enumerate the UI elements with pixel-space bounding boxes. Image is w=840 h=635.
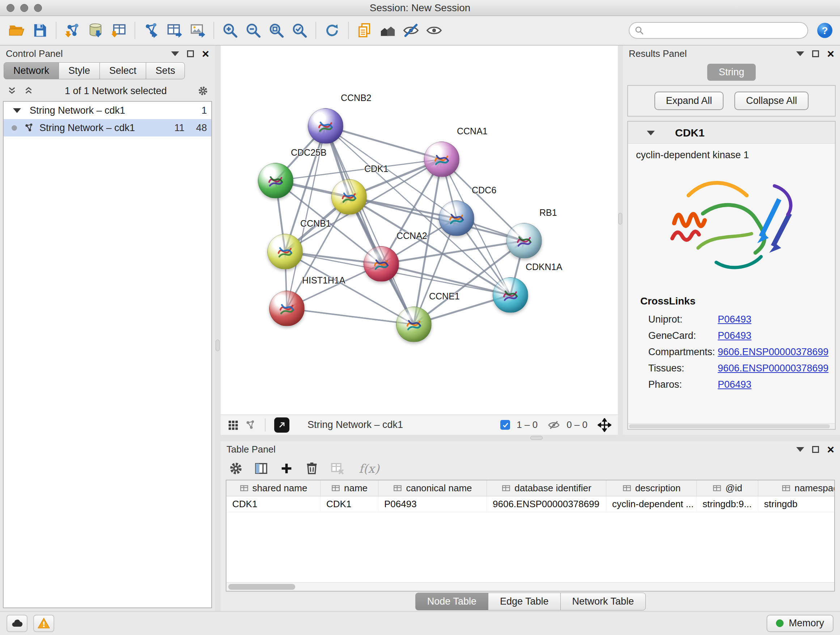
window-zoom-button[interactable]: [34, 4, 42, 12]
network-share-icon[interactable]: [245, 419, 256, 431]
export-image-button[interactable]: [187, 19, 208, 41]
export-network-button[interactable]: [141, 19, 162, 41]
table-cell[interactable]: CDK1: [226, 496, 321, 512]
birds-eye-view-button[interactable]: [274, 417, 289, 432]
node-CDC25B[interactable]: [258, 163, 294, 198]
node-CDK1[interactable]: [332, 179, 367, 215]
node-CDKN1A[interactable]: [493, 277, 528, 313]
open-session-button[interactable]: [6, 19, 27, 41]
import-network-from-database-button[interactable]: [85, 19, 106, 41]
horizontal-splitter[interactable]: [221, 435, 840, 441]
window-minimize-button[interactable]: [20, 4, 28, 12]
network-collection-row[interactable]: String Network – cdk1 1: [4, 102, 211, 119]
crosslink-link[interactable]: 9606.ENSP00000378699: [718, 347, 829, 358]
splitter-handle[interactable]: [531, 436, 543, 440]
edge-CDK1-RB1[interactable]: [349, 197, 524, 241]
table-horizontal-scrollbar[interactable]: [226, 582, 834, 591]
show-columns-icon[interactable]: [254, 461, 268, 476]
column-header--id[interactable]: @id: [697, 480, 758, 496]
table-cell[interactable]: CDK1: [321, 496, 378, 512]
node-RB1[interactable]: [507, 223, 542, 258]
export-table-button[interactable]: [164, 19, 185, 41]
import-table-button[interactable]: [108, 19, 129, 41]
table-cell[interactable]: stringdb:9...: [697, 496, 758, 512]
maximize-panel-icon[interactable]: [812, 50, 819, 57]
close-panel-icon[interactable]: ×: [827, 48, 834, 60]
function-builder-button[interactable]: f(x): [359, 462, 379, 476]
column-header-database-identifier[interactable]: database identifier: [487, 480, 606, 496]
column-header-description[interactable]: description: [606, 480, 697, 496]
node-CCNB1[interactable]: [267, 234, 303, 269]
search-input[interactable]: [629, 22, 808, 39]
memory-button[interactable]: Memory: [767, 615, 834, 632]
node-CCNB2[interactable]: [308, 108, 343, 144]
float-panel-icon[interactable]: [796, 51, 804, 56]
add-column-icon[interactable]: [279, 461, 294, 476]
column-header-shared-name[interactable]: shared name: [226, 480, 321, 496]
table-settings-gear-icon[interactable]: [229, 461, 243, 476]
session-home-button[interactable]: [377, 19, 399, 41]
column-header-canonical-name[interactable]: canonical name: [378, 480, 487, 496]
help-button[interactable]: ?: [815, 21, 834, 40]
expand-all-icon[interactable]: [23, 86, 34, 96]
collapse-all-icon[interactable]: [6, 86, 17, 96]
tree-expander-icon[interactable]: [13, 108, 21, 113]
splitter-handle[interactable]: [618, 213, 622, 225]
node-CCNA1[interactable]: [424, 141, 459, 177]
node-HIST1H1A[interactable]: [269, 291, 305, 326]
float-panel-icon[interactable]: [796, 447, 804, 452]
table-cell[interactable]: stringdb: [758, 496, 835, 512]
node-CDC6[interactable]: [439, 201, 474, 236]
tab-style[interactable]: Style: [58, 62, 100, 79]
tab-sets[interactable]: Sets: [146, 62, 185, 79]
table-cell[interactable]: 9606.ENSP00000378699: [487, 496, 606, 512]
crosslink-link[interactable]: P06493: [718, 330, 752, 341]
tab-network-table[interactable]: Network Table: [561, 593, 646, 610]
hide-graphics-details-button[interactable]: [400, 19, 422, 41]
warnings-button[interactable]: [33, 615, 54, 632]
expand-all-button[interactable]: Expand All: [654, 92, 724, 110]
gene-entry-header[interactable]: CDK1: [628, 122, 835, 144]
scrollbar-thumb[interactable]: [228, 584, 295, 590]
hidden-elements-icon[interactable]: [548, 419, 560, 431]
node-CCNE1[interactable]: [396, 307, 431, 342]
results-horizontal-scrollbar[interactable]: [628, 423, 835, 429]
splitter-handle[interactable]: [216, 340, 219, 351]
edge-CCNB2-CCNE1[interactable]: [325, 126, 414, 325]
move-pan-icon[interactable]: [598, 418, 611, 432]
maximize-panel-icon[interactable]: [187, 50, 194, 57]
network-canvas[interactable]: CCNB2CCNA1CDC25BCDK1CDC6RB1CCNB1CCNA2CDK…: [221, 46, 618, 415]
scrollbar-thumb[interactable]: [629, 424, 830, 428]
close-panel-icon[interactable]: ×: [827, 443, 834, 455]
tab-edge-table[interactable]: Edge Table: [488, 593, 561, 610]
tab-network[interactable]: Network: [4, 62, 59, 79]
tab-select[interactable]: Select: [99, 62, 146, 79]
table-row[interactable]: CDK1CDK1P064939606.ENSP00000378699cyclin…: [226, 496, 835, 512]
table-cell[interactable]: P06493: [378, 496, 487, 512]
show-graphics-details-button[interactable]: [423, 19, 445, 41]
crosslink-link[interactable]: P06493: [718, 379, 752, 390]
zoom-in-button[interactable]: [219, 19, 241, 41]
window-close-button[interactable]: [6, 4, 14, 12]
selected-elements-icon[interactable]: [500, 420, 510, 430]
edge-CCNE1-HIST1H1A[interactable]: [287, 309, 414, 325]
delete-column-icon[interactable]: [305, 461, 319, 476]
save-session-button[interactable]: [29, 19, 51, 41]
duplicate-network-button[interactable]: [354, 19, 376, 41]
column-header-name[interactable]: name: [321, 480, 378, 496]
collapse-all-button[interactable]: Collapse All: [734, 92, 808, 110]
cloud-status-button[interactable]: [6, 615, 27, 632]
zoom-selected-button[interactable]: [289, 19, 310, 41]
tab-string[interactable]: String: [707, 64, 756, 81]
refresh-view-button[interactable]: [321, 19, 343, 41]
zoom-out-button[interactable]: [242, 19, 264, 41]
maximize-panel-icon[interactable]: [812, 446, 819, 453]
collapse-entry-icon[interactable]: [647, 131, 655, 135]
tab-node-table[interactable]: Node Table: [415, 593, 488, 610]
right-splitter[interactable]: [618, 46, 623, 435]
zoom-fit-content-button[interactable]: [265, 19, 287, 41]
close-panel-icon[interactable]: ×: [202, 48, 209, 60]
crosslink-link[interactable]: P06493: [718, 314, 752, 325]
table-cell[interactable]: cyclin-dependent ...: [606, 496, 697, 512]
gear-icon[interactable]: [197, 86, 208, 96]
